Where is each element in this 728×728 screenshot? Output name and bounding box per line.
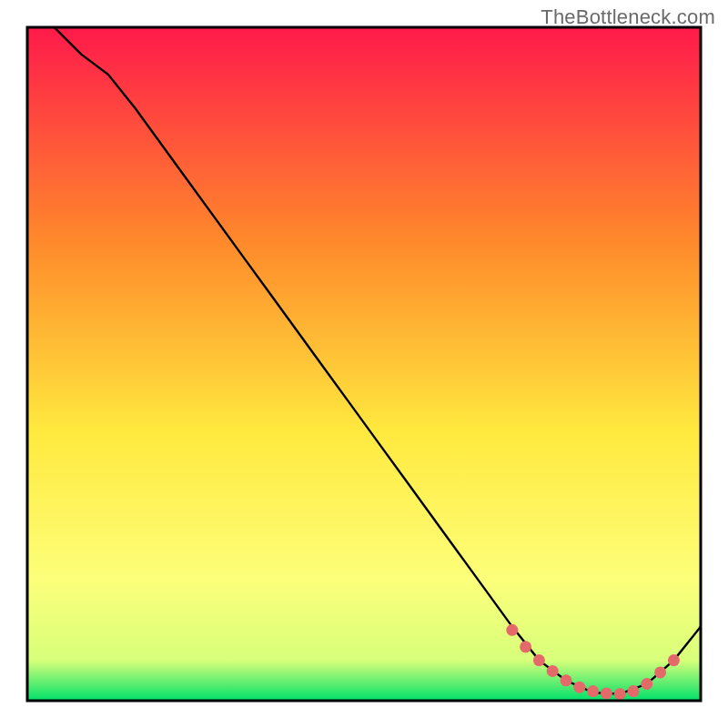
marker-point [654, 666, 666, 678]
chart-container: { "watermark": "TheBottleneck.com", "col… [0, 0, 728, 728]
marker-point [520, 641, 531, 652]
watermark-text: TheBottleneck.com [541, 5, 715, 29]
marker-point [547, 665, 559, 677]
marker-point [573, 682, 585, 693]
marker-point [506, 624, 518, 636]
marker-point [601, 687, 612, 699]
marker-point [668, 654, 680, 666]
marker-point [561, 674, 572, 686]
plot-background [27, 27, 701, 701]
marker-point [628, 685, 640, 697]
marker-point [614, 688, 626, 700]
bottleneck-chart [0, 0, 728, 728]
marker-point [587, 685, 599, 697]
marker-point [533, 654, 545, 666]
marker-point [641, 678, 652, 690]
